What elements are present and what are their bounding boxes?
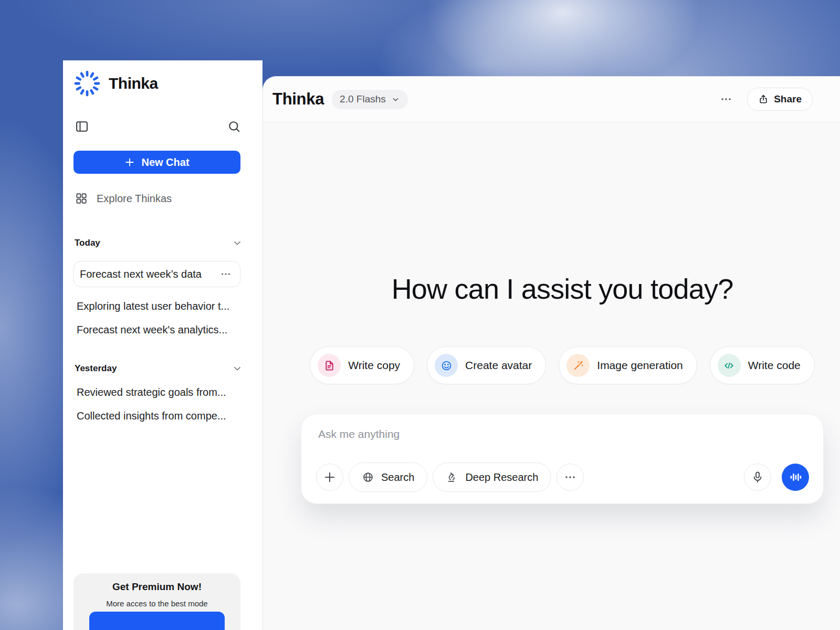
chevron-down-icon[interactable] [232,238,243,248]
chip-label: Create avatar [465,359,532,372]
smiley-icon [435,354,458,377]
magic-wand-icon [566,354,590,377]
chat-item-label: Forecast next week’s data [80,268,202,280]
main-body: How can I assist you today? Write copy [263,122,840,630]
code-icon [718,354,741,377]
plus-icon [124,157,135,167]
search-tool-button[interactable]: Search [349,463,427,492]
waveform-icon [789,471,802,484]
chat-item[interactable]: Collected insights from compe... [77,410,247,422]
main-panel: Thinka 2.0 Flashs Share How can I assist… [262,76,840,630]
tool-label: Deep Research [465,471,538,484]
voice-mode-button[interactable] [782,464,809,491]
chat-item-selected[interactable]: Forecast next week’s data [74,261,240,287]
explore-thinkas[interactable]: Explore Thinkas [75,192,172,205]
sidebar: Thinka New Chat Explore Thinkas Today Fo… [63,60,262,630]
chip-label: Image generation [597,359,682,372]
chat-item[interactable]: Exploring latest user behavior t... [77,300,247,312]
composer-toolbar: Search Deep Research [316,463,809,492]
chat-item-menu-icon[interactable] [220,268,232,280]
globe-icon [362,471,374,484]
header-menu-icon[interactable] [720,93,732,106]
chevron-down-icon[interactable] [232,363,243,374]
microphone-button[interactable] [744,464,771,491]
composer: Search Deep Research [301,414,824,504]
chat-item[interactable]: Reviewed strategic goals from... [77,386,247,398]
tool-label: Search [381,471,414,484]
suggestion-write-code[interactable]: Write code [710,346,815,384]
model-label: 2.0 Flashs [340,93,386,105]
chip-label: Write code [748,359,801,372]
new-chat-button[interactable]: New Chat [74,151,240,174]
share-label: Share [774,93,802,105]
share-button[interactable]: Share [747,88,813,111]
grid-icon [75,192,88,205]
chip-label: Write copy [348,359,400,372]
app-logo: Thinka [74,70,158,97]
app-logo-text: Thinka [109,75,158,92]
section-label: Today [75,238,100,248]
message-input[interactable] [318,428,791,440]
toggle-sidebar-icon[interactable] [75,119,89,134]
premium-upgrade-button[interactable] [89,612,225,630]
suggestion-image-generation[interactable]: Image generation [559,346,697,384]
chevron-down-icon [391,95,400,104]
premium-card: Get Premium Now! More acces to the best … [74,573,240,630]
microscope-icon [446,471,458,484]
microphone-icon [751,470,764,484]
premium-subtitle: More acces to the best mode [74,599,240,608]
section-label: Yesterday [75,363,117,374]
section-header-today: Today [75,238,243,248]
ellipsis-icon [563,470,577,484]
deep-research-button[interactable]: Deep Research [433,463,551,492]
attach-button[interactable] [316,464,343,491]
search-icon[interactable] [227,119,242,134]
plus-icon [323,470,337,484]
new-chat-label: New Chat [141,156,189,169]
page-title: Thinka [272,90,324,109]
model-selector[interactable]: 2.0 Flashs [332,90,408,109]
section-header-yesterday: Yesterday [75,363,243,374]
suggestion-create-avatar[interactable]: Create avatar [427,346,546,384]
thinka-logo-icon [74,70,101,97]
share-icon [758,94,769,104]
chat-item[interactable]: Forecast next week's analytics... [77,324,247,336]
suggestion-chips: Write copy Create avatar [301,346,824,384]
document-icon [318,354,341,377]
main-header: Thinka 2.0 Flashs Share [263,77,840,122]
explore-label: Explore Thinkas [97,193,172,205]
greeting-heading: How can I assist you today? [301,272,824,305]
more-tools-button[interactable] [556,464,584,491]
premium-title: Get Premium Now! [74,581,240,593]
suggestion-write-copy[interactable]: Write copy [310,346,414,384]
